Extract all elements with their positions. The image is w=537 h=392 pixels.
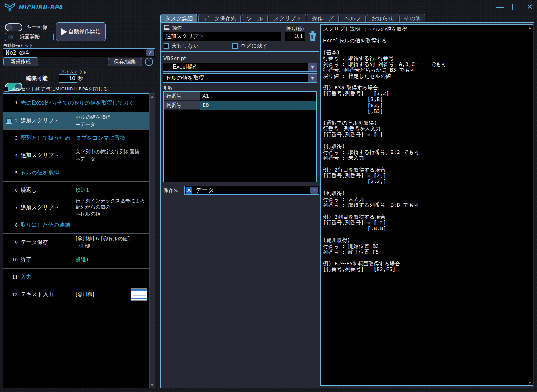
script-action-dropdown[interactable]: セルの値を取得 ▼ xyxy=(163,73,317,83)
task-item-number: 11 xyxy=(3,275,21,280)
task-item-detail: 行・列インデックス番号による配列からの値の...→セルの値 xyxy=(76,199,149,216)
close-on-end-label: 操作セット終了時にMICHIRU RPAを閉じる xyxy=(11,86,108,92)
task-list-item[interactable]: 3配列として扱うため、タブをコンマに置換 xyxy=(3,130,149,147)
tab-news[interactable]: お知らせ xyxy=(367,14,398,24)
michiru-logo-icon xyxy=(4,3,15,12)
task-list-item[interactable]: 10終了繰返1 xyxy=(3,251,149,269)
task-list: 1先にExcelから全てのセルの値を取得しておく2追加スクリプトセルの値を取得→… xyxy=(3,93,149,388)
scroll-down-icon[interactable]: ▼ xyxy=(528,381,532,384)
script-category-dropdown[interactable]: Excel操作 ▼ xyxy=(163,63,317,72)
keep-log-checkbox[interactable] xyxy=(232,43,238,49)
task-item-title: 入力 xyxy=(21,274,149,281)
task-list-item[interactable]: 4追加スクリプト文字列中の特定文字列を置換→データ xyxy=(3,147,149,164)
arguments-table: 行番号 A1 列番号 E8 xyxy=(163,91,317,182)
task-item-number: 3 xyxy=(3,136,21,141)
section-divider xyxy=(161,51,319,52)
run-options-row: 実行しない ログに残す xyxy=(164,43,316,49)
task-item-number: 1 xyxy=(3,100,21,105)
timeout-unit: 秒 xyxy=(78,75,83,82)
task-item-detail: 繰返1 xyxy=(76,257,149,263)
task-item-title: テキスト入力 xyxy=(21,291,76,298)
scroll-up-icon[interactable]: ▲ xyxy=(150,94,155,98)
task-item-detail: 繰返1 xyxy=(76,187,149,194)
task-list-item[interactable]: 9データ保存[@川柳] & [@セルの値]→川柳 xyxy=(3,234,149,251)
task-list-item[interactable]: 2追加スクリプトセルの値を取得→データ xyxy=(3,112,149,130)
task-item-detail: 文字列中の特定文字列を置換→データ xyxy=(76,149,149,162)
argument-row[interactable]: 行番号 A1 xyxy=(164,92,316,101)
timeout-input[interactable]: 10 xyxy=(59,74,77,83)
tab-bar: タスク詳細 データ保存先 ツール スクリプト 操作ログ ヘルプ お知らせ その他 xyxy=(160,14,425,24)
task-item-title: 取り出した値の連結 xyxy=(21,222,149,228)
scroll-up-icon[interactable]: ▲ xyxy=(528,26,532,29)
auto-start-button[interactable]: 自動操作開始 xyxy=(56,22,106,41)
task-list-item[interactable]: 1先にExcelから全てのセルの値を取得しておく xyxy=(3,94,149,112)
close-on-end-checkbox[interactable] xyxy=(4,87,9,92)
chevron-down-icon[interactable]: ▼ xyxy=(308,74,317,82)
task-list-rows: 1先にExcelから全てのセルの値を取得しておく2追加スクリプトセルの値を取得→… xyxy=(3,94,149,303)
tab-script[interactable]: スクリプト xyxy=(269,14,306,24)
skip-run-checkbox[interactable] xyxy=(164,43,169,49)
chevron-down-icon[interactable]: ▼ xyxy=(308,63,317,71)
scroll-down-icon[interactable]: ▼ xyxy=(150,383,155,387)
new-set-button[interactable]: 新規作成 xyxy=(3,57,38,66)
record-radio-icon xyxy=(8,35,13,39)
task-item-title: 終了 xyxy=(21,256,76,263)
trash-icon[interactable] xyxy=(309,31,317,41)
open-set-icon[interactable] xyxy=(146,49,154,56)
tab-task-detail[interactable]: タスク詳細 xyxy=(160,14,197,24)
record-start-button[interactable]: 録画開始 xyxy=(5,33,54,41)
wait-seconds-input[interactable]: 0.1 xyxy=(285,32,305,41)
task-list-item[interactable]: 6繰返し繰返1 xyxy=(3,182,149,199)
tab-tools[interactable]: ツール xyxy=(242,14,268,24)
toggle-knob xyxy=(7,24,13,30)
task-list-scrollbar[interactable]: ▲ ▼ xyxy=(149,93,155,388)
record-start-label: 録画開始 xyxy=(20,34,40,40)
open-variable-icon[interactable] xyxy=(310,187,318,194)
argument-value[interactable]: E8 xyxy=(200,101,316,110)
task-item-number: 10 xyxy=(3,257,21,262)
task-item-checkbox[interactable] xyxy=(6,118,12,124)
task-list-item[interactable]: 7追加スクリプト行・列インデックス番号による配列からの値の...→セルの値 xyxy=(3,199,149,216)
task-item-number: 6 xyxy=(3,188,21,193)
save-edit-button[interactable]: 保存/編集 xyxy=(108,58,142,66)
tab-other[interactable]: その他 xyxy=(399,14,425,24)
argument-row[interactable]: 列番号 E8 xyxy=(164,101,316,110)
app-title: MICHIRU-RPA xyxy=(18,4,63,11)
task-list-item[interactable]: 8取り出した値の連結 xyxy=(3,216,149,234)
description-scrollbar[interactable]: ▲ ▼ xyxy=(528,25,532,385)
close-button[interactable]: ✕ xyxy=(525,2,534,12)
auto-start-label: 自動操作開始 xyxy=(68,28,101,35)
task-item-number: 9 xyxy=(3,240,21,245)
task-item-result: →セルの値 xyxy=(76,211,147,216)
operation-name-input[interactable]: 追加スクリプト xyxy=(163,32,281,41)
task-item-title: データ保存 xyxy=(21,239,76,246)
task-list-item[interactable]: 5セルの値を取得 xyxy=(3,164,149,182)
tab-operation-log[interactable]: 操作ログ xyxy=(307,14,339,24)
skip-run-label: 実行しない xyxy=(172,43,199,49)
argument-value[interactable]: A1 xyxy=(200,92,316,101)
argument-name: 列番号 xyxy=(164,101,200,110)
editable-label: 編集可能 xyxy=(26,75,48,82)
argument-name: 行番号 xyxy=(164,92,200,101)
set-name-input[interactable] xyxy=(3,50,146,56)
save-destination-label: 保存先 xyxy=(163,187,179,194)
operation-header: 操作 xyxy=(163,25,182,31)
tab-data-save[interactable]: データ保存先 xyxy=(198,14,241,24)
task-detail-panel: 操作 待ち(秒) 追加スクリプト 0.1 実行しない ログに残す VBScrip… xyxy=(160,22,534,388)
collapse-button[interactable]: ⌃ xyxy=(145,58,153,66)
task-list-item[interactable]: 11入力 xyxy=(3,269,149,286)
save-destination-field[interactable]: A データ xyxy=(184,186,319,195)
key-image-toggle[interactable] xyxy=(5,23,22,31)
close-on-end-row: 操作セット終了時にMICHIRU RPAを閉じる xyxy=(4,86,108,92)
computer-icon xyxy=(163,25,170,31)
minimize-button[interactable] xyxy=(495,3,505,12)
maximize-button[interactable] xyxy=(512,4,516,10)
tab-help[interactable]: ヘルプ xyxy=(340,14,366,24)
task-item-number: 4 xyxy=(3,153,21,158)
variable-type-badge: A xyxy=(186,187,192,194)
save-destination-value: データ xyxy=(192,187,310,194)
task-item-number: 5 xyxy=(3,170,21,176)
task-item-title: セルの値を取得 xyxy=(21,169,149,176)
task-list-item[interactable]: 12テキスト入力[@川柳] xyxy=(3,286,149,303)
task-item-title: 配列として扱うため、タブをコンマに置換 xyxy=(21,135,149,142)
